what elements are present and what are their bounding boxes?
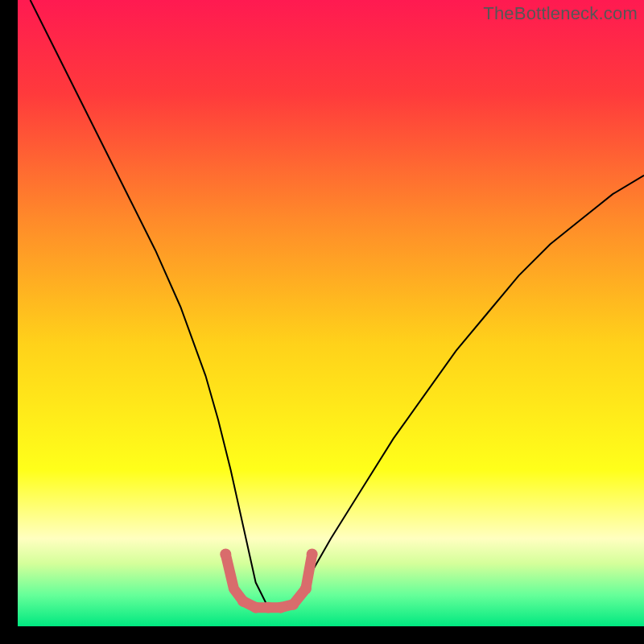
highlight-dot	[262, 602, 274, 613]
highlight-dot	[300, 583, 312, 594]
watermark-text: TheBottleneck.com	[483, 3, 638, 24]
chart-frame: TheBottleneck.com	[18, 0, 644, 626]
highlight-dot	[287, 599, 299, 610]
chart-background	[18, 0, 644, 626]
highlight-dot	[220, 549, 231, 560]
highlight-dot	[275, 602, 287, 613]
highlight-dot	[307, 549, 318, 560]
bottleneck-chart	[18, 0, 644, 626]
highlight-dot	[237, 596, 249, 607]
highlight-dot	[250, 602, 262, 613]
